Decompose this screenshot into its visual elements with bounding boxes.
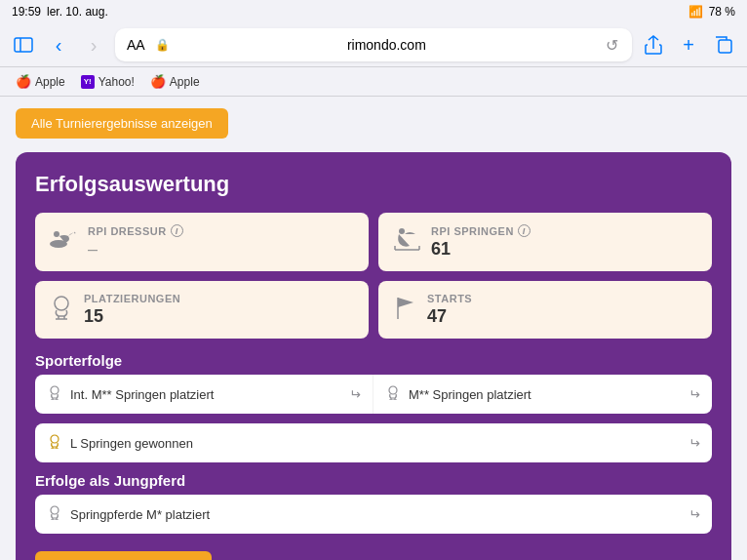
wifi-icon: 📶 bbox=[688, 5, 703, 19]
bookmark-apple1-label: Apple bbox=[35, 75, 65, 89]
svg-rect-2 bbox=[719, 40, 731, 53]
mss-arrow: ↵ bbox=[688, 386, 700, 402]
battery-indicator: 78 % bbox=[709, 5, 735, 19]
bookmark-apple2-label: Apple bbox=[170, 75, 200, 89]
stat-rpi-dressur-value: – bbox=[88, 239, 183, 260]
mss-springen-row: M** Springen platziert ↵ bbox=[374, 375, 712, 414]
stat-rpi-springen-value: 61 bbox=[431, 239, 531, 260]
address-bar[interactable]: AA 🔒 rimondo.com ↺ bbox=[115, 28, 632, 61]
all-results-button[interactable]: Alle Turnierergebnisse anzeigen bbox=[16, 108, 228, 139]
svg-point-5 bbox=[399, 228, 405, 234]
dressage-icon bbox=[49, 226, 78, 258]
svg-rect-0 bbox=[15, 38, 32, 52]
springpferde-row: Springpferde M* platziert ↵ bbox=[35, 495, 712, 534]
tabs-button[interactable] bbox=[710, 31, 737, 59]
stat-rpi-dressur: RPI DRESSUR i – bbox=[35, 213, 369, 271]
svg-point-4 bbox=[54, 231, 59, 237]
info-icon-dressur[interactable]: i bbox=[171, 224, 183, 237]
stat-platzierungen-value: 15 bbox=[84, 306, 180, 327]
svg-point-9 bbox=[55, 297, 68, 310]
bookmark-yahoo-label: Yahoo! bbox=[98, 75, 135, 89]
svg-point-27 bbox=[51, 506, 59, 514]
apple-icon2: 🍎 bbox=[150, 74, 166, 89]
int-mss-springen-text: Int. M** Springen platziert bbox=[70, 387, 341, 402]
trophy-icon-int bbox=[47, 384, 62, 404]
mss-springen-text: M** Springen platziert bbox=[409, 387, 681, 402]
stat-rpi-springen-label: RPI SPRINGEN i bbox=[431, 224, 531, 237]
info-icon-springen[interactable]: i bbox=[518, 224, 531, 237]
trophy-icon-mss bbox=[385, 384, 401, 404]
springpferde-text: Springpferde M* platziert bbox=[70, 507, 681, 522]
yahoo-icon: Y! bbox=[81, 75, 95, 89]
url-display: rimondo.com bbox=[176, 37, 598, 53]
int-mss-arrow: ↵ bbox=[349, 386, 361, 402]
bookmark-apple1[interactable]: 🍎 Apple bbox=[16, 74, 65, 89]
sidebar-toggle-button[interactable] bbox=[10, 31, 37, 59]
stat-starts-content: STARTS 47 bbox=[427, 293, 472, 327]
jumping-icon bbox=[392, 226, 421, 258]
card-title: Erfolgsauswertung bbox=[35, 172, 712, 197]
aa-text: AA bbox=[127, 37, 145, 53]
l-springen-row: L Springen gewonnen ↵ bbox=[35, 423, 712, 462]
svg-marker-14 bbox=[398, 298, 413, 307]
trophy-platzierung-icon bbox=[49, 295, 74, 326]
svg-point-19 bbox=[389, 386, 397, 394]
l-springen-text: L Springen gewonnen bbox=[70, 436, 681, 451]
stat-starts: STARTS 47 bbox=[378, 281, 712, 339]
share-button[interactable] bbox=[640, 31, 667, 59]
int-mss-springen-row: Int. M** Springen platziert ↵ bbox=[35, 375, 374, 414]
stat-platzierungen-label: PLATZIERUNGEN bbox=[84, 293, 180, 304]
zur-erfolgsauswertung-button[interactable]: Zur Erfolgsauswertung bbox=[35, 551, 212, 560]
bookmark-yahoo[interactable]: Y! Yahoo! bbox=[81, 75, 135, 89]
apple-icon1: 🍎 bbox=[16, 74, 31, 89]
lock-icon: 🔒 bbox=[155, 38, 170, 52]
sporterfolge-top-rows: Int. M** Springen platziert ↵ M** Spring… bbox=[35, 375, 712, 414]
trophy-icon-springpferde bbox=[47, 504, 62, 524]
flag-icon bbox=[392, 295, 417, 326]
stat-starts-label: STARTS bbox=[427, 293, 472, 304]
erfolgsauswertung-card: Erfolgsauswertung bbox=[16, 152, 731, 560]
status-date: ler. 10. aug. bbox=[47, 5, 108, 19]
svg-point-15 bbox=[51, 386, 59, 394]
stat-rpi-dressur-content: RPI DRESSUR i – bbox=[88, 224, 183, 260]
new-tab-button[interactable]: + bbox=[675, 31, 702, 59]
springpferde-arrow: ↵ bbox=[688, 506, 700, 522]
stat-platzierungen: PLATZIERUNGEN 15 bbox=[35, 281, 369, 339]
back-button[interactable]: ‹ bbox=[45, 31, 72, 59]
stat-rpi-dressur-label: RPI DRESSUR i bbox=[88, 224, 183, 237]
bookmarks-bar: 🍎 Apple Y! Yahoo! 🍎 Apple bbox=[0, 66, 747, 96]
stat-rpi-springen-content: RPI SPRINGEN i 61 bbox=[431, 224, 531, 260]
stat-starts-value: 47 bbox=[427, 306, 472, 327]
svg-point-23 bbox=[51, 435, 59, 443]
stat-rpi-springen: RPI SPRINGEN i 61 bbox=[378, 213, 712, 271]
l-springen-list: L Springen gewonnen ↵ bbox=[35, 423, 712, 462]
forward-button[interactable]: › bbox=[80, 31, 107, 59]
trophy-icon-gold bbox=[47, 433, 62, 453]
stats-grid: RPI DRESSUR i – bbox=[35, 213, 712, 339]
sporterfolge-section-title: Sporterfolge bbox=[35, 352, 712, 369]
stat-platzierungen-content: PLATZIERUNGEN 15 bbox=[84, 293, 180, 327]
l-springen-arrow: ↵ bbox=[688, 435, 700, 451]
refresh-button[interactable]: ↺ bbox=[604, 34, 620, 57]
bookmark-apple2[interactable]: 🍎 Apple bbox=[150, 74, 200, 89]
browser-chrome: ‹ › AA 🔒 rimondo.com ↺ + 🍎 Apple bbox=[0, 23, 747, 97]
jungpferd-section-title: Erfolge als Jungpferd bbox=[35, 472, 712, 489]
status-bar: 19:59 ler. 10. aug. 📶 78 % bbox=[0, 0, 747, 23]
page-content: Alle Turnierergebnisse anzeigen Erfolgsa… bbox=[0, 97, 747, 560]
jungpferd-list: Springpferde M* platziert ↵ bbox=[35, 495, 712, 534]
status-time: 19:59 bbox=[12, 5, 41, 19]
